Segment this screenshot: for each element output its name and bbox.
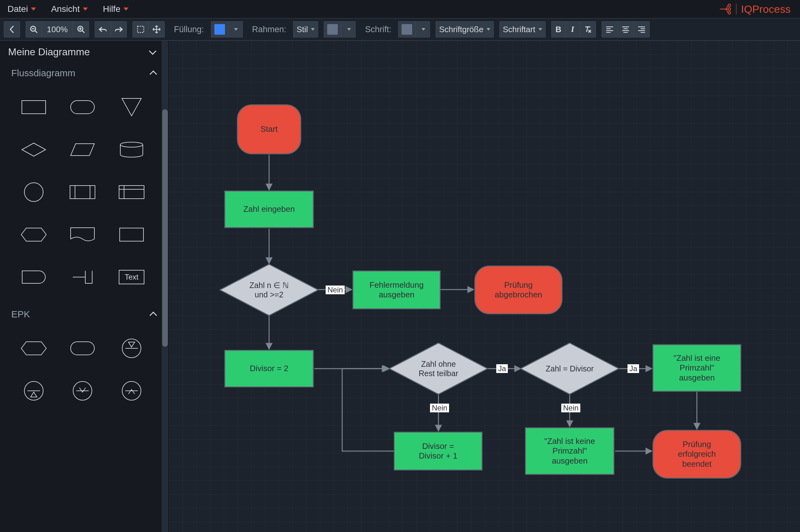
- shape-hexagon[interactable]: [16, 220, 52, 250]
- node-inc[interactable]: Divisor = Divisor + 1: [394, 432, 483, 471]
- redo-icon: [114, 25, 124, 34]
- node-input[interactable]: Zahl eingeben: [224, 191, 314, 228]
- menu-file[interactable]: Datei: [6, 2, 37, 16]
- zoom-out-button[interactable]: [25, 21, 42, 37]
- redo-button[interactable]: [111, 21, 127, 37]
- undo-redo-group: [95, 21, 127, 37]
- edge-label-ja: Ja: [496, 364, 508, 373]
- sidebar-scrollbar-track[interactable]: [162, 41, 168, 532]
- fill-dropdown-button[interactable]: [228, 21, 243, 37]
- svg-point-2: [728, 12, 731, 14]
- font-label: Schrift:: [361, 25, 392, 34]
- section-epk[interactable]: EPK: [0, 305, 168, 324]
- node-div2[interactable]: Divisor = 2: [224, 350, 314, 387]
- zoom-value[interactable]: 100%: [42, 21, 73, 37]
- shape-predefined[interactable]: [64, 177, 100, 207]
- fill-group: [211, 21, 243, 37]
- sidebar-scrollbar-thumb[interactable]: [162, 109, 168, 347]
- shape-triangle-down[interactable]: [113, 92, 150, 122]
- panel-diagrams[interactable]: Meine Diagramme: [0, 41, 168, 63]
- shape-rectangle[interactable]: [16, 92, 52, 122]
- bold-button[interactable]: B: [551, 21, 565, 37]
- shape-card[interactable]: [113, 220, 150, 250]
- node-check-n[interactable]: Zahl n ∈ ℕ und >=2: [219, 264, 319, 316]
- border-color-dropdown[interactable]: [341, 21, 356, 37]
- brand-logo-icon: [719, 3, 731, 15]
- shape-junction[interactable]: [64, 262, 100, 292]
- shape-rounded-epk[interactable]: [64, 333, 100, 363]
- move-button[interactable]: [149, 21, 165, 37]
- shape-parallelogram[interactable]: [64, 135, 100, 165]
- align-left-button[interactable]: [601, 21, 618, 37]
- shape-cylinder[interactable]: [113, 135, 150, 165]
- zoom-in-button[interactable]: [73, 21, 89, 37]
- align-left-icon: [605, 25, 614, 34]
- svg-point-9: [24, 183, 43, 202]
- svg-text:Text: Text: [125, 273, 138, 281]
- fill-swatch: [215, 24, 225, 35]
- font-color-button[interactable]: [398, 21, 416, 37]
- shape-circle[interactable]: [16, 177, 52, 207]
- svg-rect-6: [22, 100, 45, 114]
- clear-format-button[interactable]: [580, 21, 596, 37]
- shape-text[interactable]: Text: [113, 262, 150, 292]
- flowchart-shapes: Text: [0, 83, 168, 305]
- shape-document[interactable]: [64, 220, 100, 250]
- marquee-button[interactable]: [132, 21, 149, 37]
- panel-diagrams-label: Meine Diagramme: [8, 46, 90, 58]
- node-done[interactable]: Prüfung erfolgreich beendet: [652, 430, 741, 479]
- text-style-group: B I: [551, 21, 596, 37]
- font-color-dropdown[interactable]: [416, 21, 430, 37]
- shape-or-gate[interactable]: [64, 376, 100, 406]
- brand: IQProcess: [719, 0, 790, 18]
- shape-and-gate[interactable]: [16, 376, 52, 406]
- shape-diamond[interactable]: [16, 135, 52, 165]
- menu-help[interactable]: Hilfe: [101, 2, 130, 16]
- shape-xor-gate[interactable]: [113, 333, 150, 363]
- node-error[interactable]: Fehlermeldung ausgeben: [353, 270, 441, 309]
- shape-hexagon-epk[interactable]: [16, 333, 52, 363]
- chevron-down-icon: [347, 28, 351, 31]
- svg-rect-10: [70, 186, 95, 199]
- zoom-group: 100%: [25, 21, 89, 37]
- edge-label-ja: Ja: [628, 364, 639, 373]
- border-color-button[interactable]: [324, 21, 341, 37]
- menu-file-label: Datei: [7, 4, 28, 14]
- chevron-up-icon: [151, 311, 156, 318]
- node-check-eq[interactable]: Zahl = Divisor: [520, 342, 619, 395]
- section-flowchart[interactable]: Flussdiagramm: [0, 63, 168, 83]
- font-family-button[interactable]: Schriftart: [499, 21, 546, 37]
- shape-rounded-rect[interactable]: [64, 92, 100, 122]
- canvas[interactable]: Start Zahl eingeben Zahl n ∈ ℕ und >=2 F…: [169, 41, 800, 532]
- node-start[interactable]: Start: [237, 104, 301, 154]
- node-check-rest[interactable]: Zahl ohne Rest teilbar: [389, 342, 488, 395]
- shape-or-gate-2[interactable]: [113, 376, 150, 406]
- fill-color-button[interactable]: [211, 21, 228, 37]
- font-size-group: Schriftgröße: [435, 21, 494, 37]
- edge-label-nein: Nein: [430, 404, 449, 412]
- marquee-icon: [136, 25, 145, 34]
- undo-button[interactable]: [95, 21, 111, 37]
- node-is-prime[interactable]: "Zahl ist eine Primzahl" ausgeben: [652, 344, 741, 392]
- font-size-button[interactable]: Schriftgröße: [435, 21, 494, 37]
- node-abort[interactable]: Prüfung abgebrochen: [475, 266, 562, 314]
- chevron-down-icon: [234, 28, 238, 31]
- border-style-group: Stil: [293, 21, 318, 37]
- shape-delay[interactable]: [16, 262, 52, 292]
- node-not-prime[interactable]: "Zahl ist keine Primzahl" ausgeben: [525, 428, 614, 475]
- brand-label: IQProcess: [741, 3, 790, 15]
- menu-view[interactable]: Ansicht: [50, 2, 89, 16]
- undo-icon: [98, 25, 108, 34]
- shape-internal-storage[interactable]: [113, 177, 150, 207]
- zoom-in-icon: [76, 25, 86, 34]
- chevron-down-icon: [83, 7, 88, 11]
- back-button[interactable]: [4, 21, 20, 37]
- chevron-down-icon: [31, 7, 36, 11]
- chevron-down-icon: [124, 7, 128, 11]
- italic-button[interactable]: I: [565, 21, 580, 37]
- align-right-icon: [637, 25, 646, 34]
- border-style-button[interactable]: Stil: [293, 21, 318, 37]
- align-center-button[interactable]: [618, 21, 634, 37]
- align-right-button[interactable]: [634, 21, 650, 37]
- align-group: [601, 21, 650, 37]
